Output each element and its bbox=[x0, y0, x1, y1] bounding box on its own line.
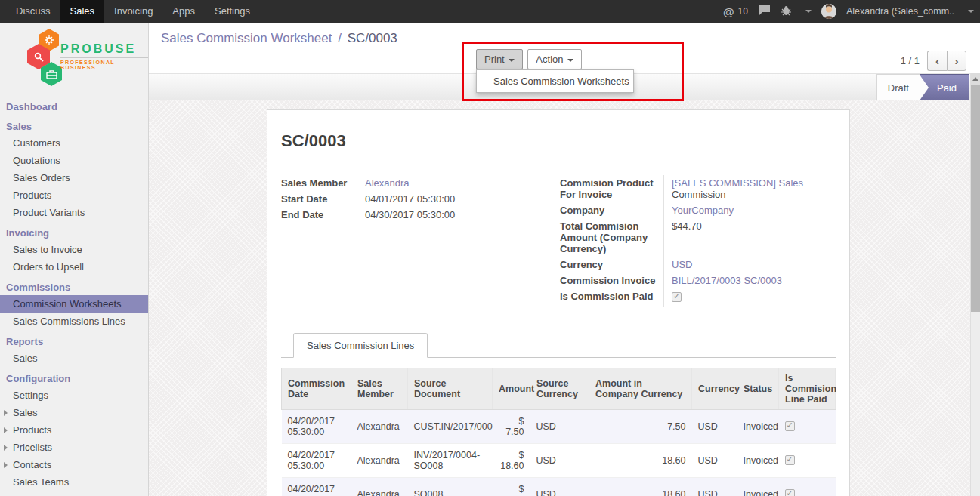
cell-line-paid bbox=[779, 444, 836, 478]
line-paid-checkbox[interactable] bbox=[785, 455, 795, 465]
sidebar-item-sales-commission-levels[interactable]: Sales Commission Levels bbox=[0, 491, 148, 496]
sidebar-item-commission-worksheets[interactable]: Commission Worksheets bbox=[0, 295, 148, 313]
field-is-commission-paid: Is Commission Paid bbox=[560, 288, 836, 307]
scrollbar-thumb[interactable] bbox=[971, 85, 980, 312]
sidebar-header-invoicing[interactable]: Invoicing bbox=[0, 225, 148, 241]
sidebar-item-products[interactable]: Products bbox=[0, 186, 148, 204]
inbox-at-icon[interactable]: @ bbox=[723, 5, 734, 18]
menu-settings[interactable]: Settings bbox=[205, 0, 260, 23]
breadcrumb-current: SC/0003 bbox=[348, 31, 397, 45]
field-label: Commission Invoice bbox=[560, 273, 663, 288]
print-button-label: Print bbox=[484, 54, 505, 65]
record-title: SC/0003 bbox=[281, 131, 836, 151]
cell-commission-date: 04/20/2017 05:30:00 bbox=[282, 410, 351, 444]
breadcrumb-separator: / bbox=[335, 31, 344, 45]
print-button[interactable]: Print bbox=[476, 49, 523, 69]
inbox-count[interactable]: 10 bbox=[738, 6, 748, 17]
column-header[interactable]: Commission Date bbox=[282, 368, 351, 410]
cell-source-document: INV/2017/0004-SO008 bbox=[408, 444, 493, 478]
commission-product-rest: Commission bbox=[672, 189, 836, 200]
cell-company-amount: 18.60 bbox=[589, 478, 692, 496]
cell-currency: USD bbox=[692, 444, 737, 478]
sidebar-item-sales-teams[interactable]: Sales Teams bbox=[0, 473, 148, 491]
debug-caret-icon[interactable] bbox=[805, 10, 812, 13]
sidebar-item-label: Contacts bbox=[13, 459, 51, 470]
cell-sales-member: Alexandra bbox=[351, 444, 408, 478]
cell-commission-date: 04/20/2017 10:35:53 bbox=[282, 478, 351, 496]
cell-status: Invoiced bbox=[737, 410, 779, 444]
sidebar-item-sales-commissions-lines[interactable]: Sales Commissions Lines bbox=[0, 313, 148, 330]
sidebar-header-commissions[interactable]: Commissions bbox=[0, 279, 148, 295]
column-header[interactable]: Amount in Company Currency bbox=[589, 368, 692, 410]
sidebar-item-product-variants[interactable]: Product Variants bbox=[0, 204, 148, 221]
sidebar-item-sales-to-invoice[interactable]: Sales to Invoice bbox=[0, 241, 148, 258]
sidebar-item-orders-to-upsell[interactable]: Orders to Upsell bbox=[0, 258, 148, 276]
column-header[interactable]: Is Commision Line Paid bbox=[779, 368, 836, 410]
sidebar-header-configuration[interactable]: Configuration bbox=[0, 371, 148, 387]
action-button-label: Action bbox=[536, 54, 563, 65]
menu-apps[interactable]: Apps bbox=[162, 0, 205, 23]
sidebar-item-config-sales[interactable]: Sales bbox=[0, 404, 148, 421]
content-background: SC/0003 Sales Member Alexandra Start Dat… bbox=[149, 100, 980, 496]
field-group-right: Commision Product For Invoice [SALES COM… bbox=[560, 175, 836, 307]
print-caret-icon bbox=[509, 59, 515, 62]
sidebar-item-customers[interactable]: Customers bbox=[0, 134, 148, 152]
line-paid-checkbox[interactable] bbox=[785, 421, 795, 431]
currency-link[interactable]: USD bbox=[672, 259, 692, 270]
pager: 1 / 1 ‹ › bbox=[901, 51, 966, 71]
company-link[interactable]: YourCompany bbox=[672, 205, 734, 216]
table-row[interactable]: 04/20/2017 05:30:00 Alexandra INV/2017/0… bbox=[282, 444, 836, 478]
sidebar-item-dashboard[interactable]: Dashboard bbox=[0, 99, 148, 115]
sidebar-header-reports[interactable]: Reports bbox=[0, 334, 148, 350]
start-date-value: 04/01/2017 05:30:00 bbox=[357, 191, 530, 207]
is-commission-paid-checkbox[interactable] bbox=[672, 292, 682, 302]
menu-sales[interactable]: Sales bbox=[60, 0, 105, 23]
column-header[interactable]: Currency bbox=[692, 368, 737, 410]
line-paid-checkbox[interactable] bbox=[785, 489, 795, 496]
sidebar-item-config-contacts[interactable]: Contacts bbox=[0, 456, 148, 473]
cell-amount: $ 18.60 bbox=[493, 444, 530, 478]
pager-next-button[interactable]: › bbox=[947, 51, 966, 71]
column-header[interactable]: Sales Member bbox=[351, 368, 408, 410]
vertical-scrollbar[interactable] bbox=[970, 73, 980, 496]
cell-line-paid bbox=[779, 410, 836, 444]
cell-currency: USD bbox=[692, 410, 737, 444]
pager-previous-button[interactable]: ‹ bbox=[927, 51, 947, 71]
table-row[interactable]: 04/20/2017 05:30:00 Alexandra CUST.IN/20… bbox=[282, 410, 836, 444]
sidebar-item-reports-sales[interactable]: Sales bbox=[0, 350, 148, 367]
column-header[interactable]: Amount bbox=[493, 368, 530, 410]
cell-commission-date: 04/20/2017 05:30:00 bbox=[282, 444, 351, 478]
commission-invoice-link[interactable]: BILL/2017/0003 SC/0003 bbox=[672, 275, 782, 286]
commission-product-link[interactable]: [SALES COMMISSION] Sales bbox=[672, 177, 836, 189]
sidebar-item-sales-orders[interactable]: Sales Orders bbox=[0, 169, 148, 186]
column-header[interactable]: Status bbox=[737, 368, 779, 410]
table-row[interactable]: 04/20/2017 10:35:53 Alexandra SO008 $ 18… bbox=[282, 478, 836, 496]
debug-bug-icon[interactable] bbox=[781, 5, 792, 18]
top-navbar: Discuss Sales Invoicing Apps Settings @ … bbox=[0, 0, 980, 23]
menu-discuss[interactable]: Discuss bbox=[6, 0, 60, 23]
column-header[interactable]: Source Currency bbox=[530, 368, 589, 410]
status-step-draft[interactable]: Draft bbox=[876, 74, 920, 100]
breadcrumb-parent-link[interactable]: Sales Commission Worksheet bbox=[161, 31, 332, 45]
tab-sales-commission-lines[interactable]: Sales Commission Lines bbox=[293, 333, 428, 358]
user-menu-caret-icon[interactable] bbox=[968, 10, 974, 13]
user-menu-label[interactable]: Alexandra (Sales_comm.. bbox=[846, 6, 954, 17]
chat-bubble-icon[interactable] bbox=[758, 5, 771, 18]
scrollbar-up-button[interactable] bbox=[971, 73, 980, 85]
logo-title: PROBUSE bbox=[60, 42, 148, 58]
sidebar-item-config-pricelists[interactable]: Pricelists bbox=[0, 439, 148, 456]
field-label: End Date bbox=[281, 207, 357, 223]
print-menu-item-sales-commission-worksheets[interactable]: Sales Commission Worksheets bbox=[493, 75, 629, 87]
sidebar-item-settings[interactable]: Settings bbox=[0, 387, 148, 404]
sales-member-link[interactable]: Alexandra bbox=[365, 177, 410, 189]
cell-source-document: SO008 bbox=[408, 478, 493, 496]
sidebar-item-quotations[interactable]: Quotations bbox=[0, 152, 148, 169]
menu-invoicing[interactable]: Invoicing bbox=[104, 0, 162, 23]
column-header[interactable]: Source Document bbox=[408, 368, 493, 410]
user-avatar[interactable] bbox=[821, 4, 836, 19]
sidebar-item-config-products[interactable]: Products bbox=[0, 421, 148, 439]
action-button[interactable]: Action bbox=[527, 49, 581, 69]
cell-source-currency: USD bbox=[530, 444, 589, 478]
sidebar-header-sales[interactable]: Sales bbox=[0, 119, 148, 134]
topbar-right: @ 10 Alexandra (Sales_comm.. bbox=[723, 0, 974, 23]
